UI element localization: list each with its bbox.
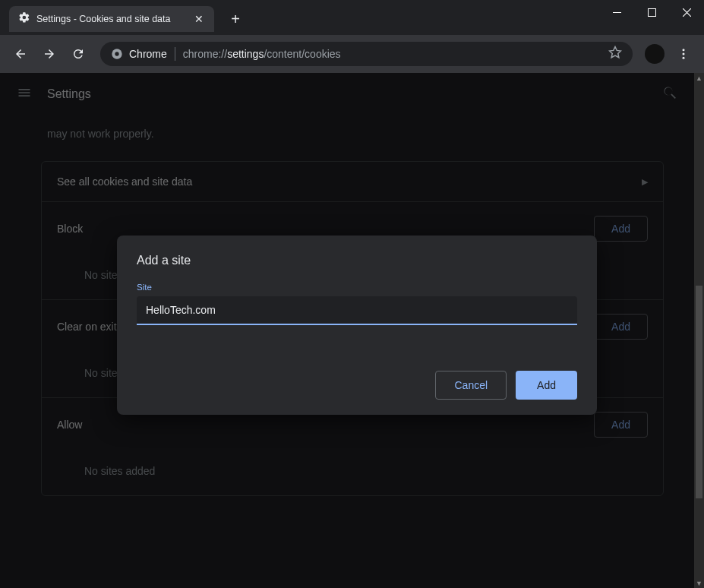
svg-point-3	[115, 52, 118, 55]
svg-rect-0	[613, 12, 621, 13]
window-controls	[599, 0, 704, 24]
tab-strip: Settings - Cookies and site data ✕ +	[0, 0, 246, 32]
scroll-down-icon[interactable]: ▼	[694, 578, 704, 588]
scrollbar-thumb[interactable]	[696, 286, 702, 498]
field-label: Site	[137, 283, 577, 292]
address-bar[interactable]: Chrome chrome://settings/content/cookies	[100, 42, 633, 66]
svg-marker-4	[610, 47, 621, 58]
divider	[175, 47, 175, 61]
scroll-up-icon[interactable]: ▲	[694, 73, 704, 83]
add-site-dialog: Add a site Site Cancel Add	[117, 236, 597, 415]
maximize-button[interactable]	[634, 0, 669, 24]
url-text: chrome://settings/content/cookies	[183, 48, 341, 60]
minimize-button[interactable]	[599, 0, 634, 24]
cancel-button[interactable]: Cancel	[435, 371, 507, 400]
profile-avatar[interactable]	[645, 44, 665, 64]
svg-rect-1	[648, 8, 655, 16]
dialog-title: Add a site	[137, 254, 577, 267]
chrome-icon	[111, 48, 123, 60]
new-tab-button[interactable]: +	[225, 8, 246, 30]
forward-button[interactable]	[36, 41, 62, 67]
svg-point-7	[683, 57, 685, 59]
svg-point-6	[683, 53, 685, 55]
svg-point-5	[683, 49, 685, 51]
add-button[interactable]: Add	[516, 371, 577, 400]
window-close-button[interactable]	[669, 0, 704, 24]
bookmark-star-icon[interactable]	[608, 46, 622, 62]
reload-button[interactable]	[65, 41, 91, 67]
scheme-label: Chrome	[129, 48, 167, 60]
chrome-scheme-chip: Chrome	[111, 48, 167, 60]
site-input[interactable]	[137, 296, 577, 325]
browser-tab[interactable]: Settings - Cookies and site data ✕	[9, 6, 214, 32]
tab-title: Settings - Cookies and site data	[36, 14, 187, 24]
browser-toolbar: Chrome chrome://settings/content/cookies	[0, 35, 704, 73]
window-titlebar: Settings - Cookies and site data ✕ +	[0, 0, 704, 35]
kebab-menu-icon[interactable]	[671, 41, 696, 67]
gear-icon	[18, 11, 30, 27]
back-button[interactable]	[8, 41, 33, 67]
dialog-actions: Cancel Add	[137, 371, 577, 400]
close-icon[interactable]: ✕	[193, 13, 205, 25]
scrollbar[interactable]: ▲ ▼	[694, 73, 704, 588]
